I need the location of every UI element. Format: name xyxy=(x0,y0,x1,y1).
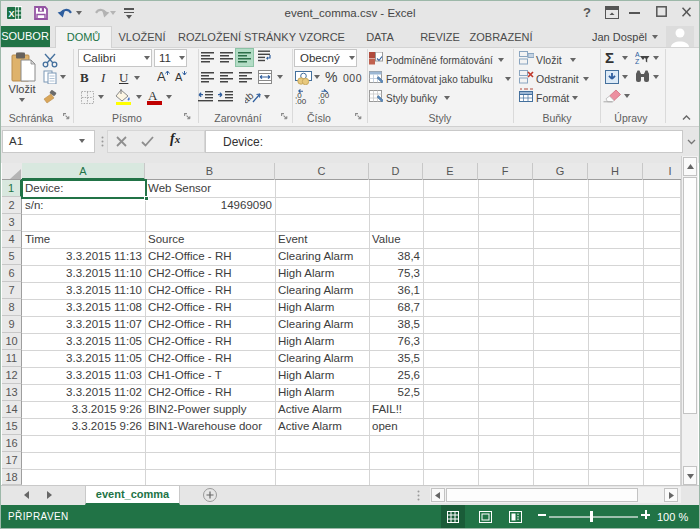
svg-text:,00: ,00 xyxy=(295,97,307,104)
svg-text:A: A xyxy=(157,70,166,83)
svg-text:ab: ab xyxy=(245,90,256,104)
svg-text:X: X xyxy=(8,9,14,19)
svg-text:Z: Z xyxy=(635,58,640,65)
svg-text:A: A xyxy=(635,51,640,58)
svg-text:,0: ,0 xyxy=(318,97,325,104)
svg-text:A: A xyxy=(175,71,183,83)
